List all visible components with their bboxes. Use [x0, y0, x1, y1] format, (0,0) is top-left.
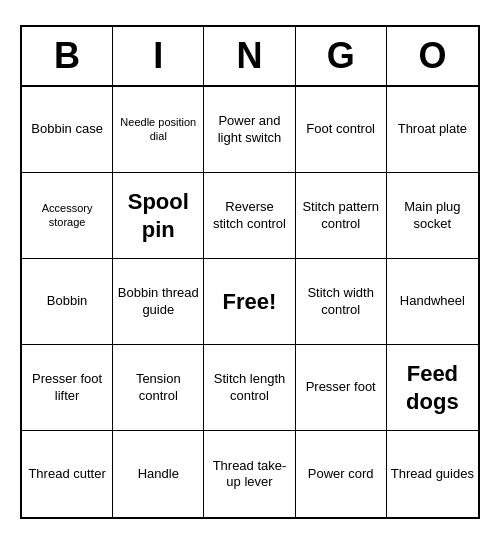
header-letter: G	[296, 27, 387, 85]
bingo-cell: Thread cutter	[22, 431, 113, 517]
header-letter: I	[113, 27, 204, 85]
bingo-cell: Bobbin case	[22, 87, 113, 173]
bingo-cell: Bobbin thread guide	[113, 259, 204, 345]
bingo-cell: Tension control	[113, 345, 204, 431]
bingo-cell: Stitch width control	[296, 259, 387, 345]
bingo-cell: Thread guides	[387, 431, 478, 517]
bingo-cell: Bobbin	[22, 259, 113, 345]
bingo-cell: Handle	[113, 431, 204, 517]
bingo-cell: Needle position dial	[113, 87, 204, 173]
header-letter: B	[22, 27, 113, 85]
bingo-cell: Power and light switch	[204, 87, 295, 173]
header-letter: N	[204, 27, 295, 85]
bingo-cell: Stitch length control	[204, 345, 295, 431]
bingo-cell: Accessory storage	[22, 173, 113, 259]
bingo-header: BINGO	[22, 27, 478, 87]
bingo-cell: Thread take-up lever	[204, 431, 295, 517]
bingo-cell: Spool pin	[113, 173, 204, 259]
bingo-cell: Handwheel	[387, 259, 478, 345]
header-letter: O	[387, 27, 478, 85]
bingo-cell: Feed dogs	[387, 345, 478, 431]
bingo-cell: Presser foot	[296, 345, 387, 431]
bingo-grid: Bobbin caseNeedle position dialPower and…	[22, 87, 478, 517]
bingo-cell: Throat plate	[387, 87, 478, 173]
bingo-cell: Presser foot lifter	[22, 345, 113, 431]
bingo-cell: Foot control	[296, 87, 387, 173]
bingo-cell: Free!	[204, 259, 295, 345]
bingo-cell: Stitch pattern control	[296, 173, 387, 259]
bingo-cell: Main plug socket	[387, 173, 478, 259]
bingo-card: BINGO Bobbin caseNeedle position dialPow…	[20, 25, 480, 519]
bingo-cell: Reverse stitch control	[204, 173, 295, 259]
bingo-cell: Power cord	[296, 431, 387, 517]
